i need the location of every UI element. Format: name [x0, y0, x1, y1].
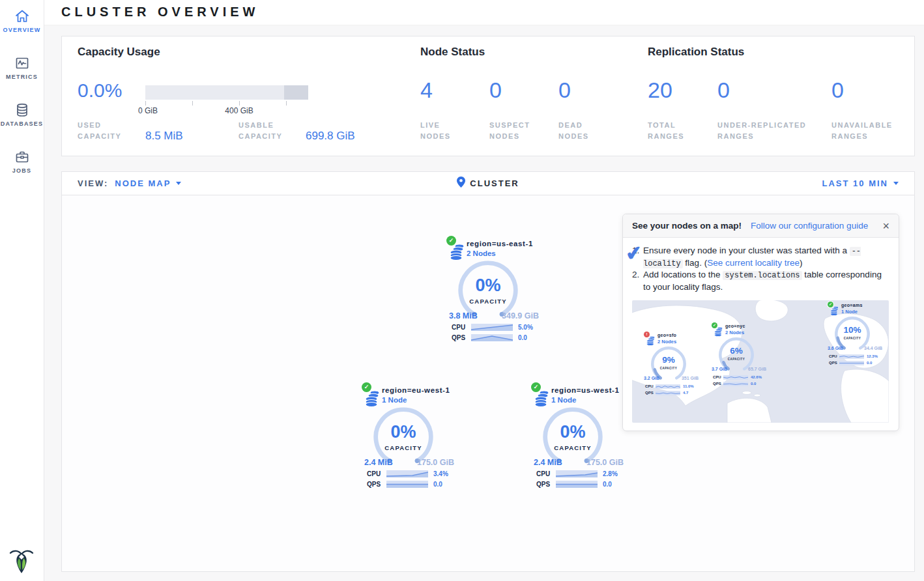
capacity-values: 2.4 MiB 175.0 GiB	[364, 458, 454, 467]
under-replicated-ranges-count: 0	[717, 78, 730, 103]
locality-name: region=us-west-1	[551, 386, 620, 394]
view-selector-dropdown[interactable]: NODE MAP	[115, 178, 181, 188]
used-capacity-label: USED CAPACITY	[78, 120, 121, 142]
qps-sparkline	[471, 334, 513, 341]
sidebar-item-jobs[interactable]: JOBS	[0, 149, 44, 174]
qps-metric-row: QPS 0.0	[536, 480, 634, 488]
node-map-setup-tooltip: See your nodes on a map! Follow our conf…	[622, 214, 899, 431]
breadcrumb[interactable]: CLUSTER	[457, 177, 519, 190]
close-icon[interactable]: ×	[882, 220, 889, 232]
capacity-axis-label: 400 GiB	[225, 106, 253, 115]
capacity-percent: 9%	[650, 355, 687, 365]
view-label: VIEW:	[78, 178, 108, 188]
node-map-preview-image: ! geo=sfo 2 Nodes 9% CAPACITY 3.2 GiB 35…	[632, 300, 889, 423]
locality-name: region=eu-west-1	[382, 386, 450, 394]
breadcrumb-cluster: CLUSTER	[470, 178, 519, 188]
qps-metric-row: QPS 0.0	[713, 381, 769, 386]
capacity-bar-nonusable-segment	[284, 85, 308, 100]
cpu-sparkline	[839, 354, 864, 359]
cpu-metric-row: CPU 42.6%	[713, 375, 769, 380]
databases-icon	[14, 102, 30, 118]
qps-metric-row: QPS 4.7	[645, 390, 701, 395]
replication-status-title: Replication Status	[648, 46, 744, 59]
capacity-used-percent: 0.0%	[78, 79, 122, 102]
locality-name: region=us-east-1	[467, 240, 533, 248]
page-title: CLUSTER OVERVIEW	[61, 5, 259, 20]
cpu-metric-row: CPU 3.4%	[367, 470, 465, 477]
locality-nodes-link[interactable]: 2 Nodes	[467, 249, 496, 257]
capacity-percent: 0%	[372, 422, 435, 442]
capacity-axis-tick	[286, 101, 287, 106]
metrics-icon	[14, 55, 30, 71]
sidebar-item-metrics[interactable]: METRICS	[0, 55, 44, 80]
locality-nodes-label: 2 Nodes	[725, 330, 744, 335]
cpu-sparkline	[723, 375, 748, 380]
cpu-metric-row: CPU 12.3%	[829, 354, 885, 359]
cpu-sparkline	[656, 384, 680, 389]
sidebar-item-label: METRICS	[0, 74, 44, 80]
capacity-label: CAPACITY	[834, 337, 871, 340]
tooltip-step-2: 2. Add locations to the system.locations…	[632, 269, 889, 293]
capacity-label: CAPACITY	[541, 444, 604, 451]
sidebar-item-overview[interactable]: OVERVIEW	[0, 8, 44, 33]
under-replicated-ranges-label: UNDER-REPLICATEDRANGES	[717, 120, 806, 142]
configuration-guide-link[interactable]: Follow our configuration guide	[751, 221, 868, 231]
capacity-axis-tick	[239, 101, 240, 106]
locality-us-east-1: ✓ region=us-east-1 2 Nodes 0% CAPACITY 3…	[445, 236, 556, 341]
page-header: CLUSTER OVERVIEW	[44, 0, 924, 25]
capacity-values: 2.4 MiB 175.0 GiB	[534, 458, 624, 467]
capacity-usage-bar	[145, 85, 308, 100]
cockroachdb-logo	[9, 546, 34, 574]
dead-nodes-count: 0	[558, 78, 571, 103]
minimap-locality-sfo: ! geo=sfo 2 Nodes 9% CAPACITY 3.2 GiB 35…	[644, 332, 704, 404]
locality-eu-west-1: ✓ region=eu-west-1 1 Node 0% CAPACITY 2.…	[360, 382, 471, 488]
sidebar-item-label: DATABASES	[0, 120, 44, 127]
live-nodes-count: 4	[420, 78, 433, 103]
qps-sparkline	[656, 391, 680, 395]
locality-nodes-link[interactable]: 1 Node	[551, 396, 576, 404]
total-ranges-count: 20	[648, 78, 672, 103]
capacity-label: CAPACITY	[718, 358, 755, 361]
capacity-values: 3.2 GiB 351 GiB	[644, 376, 699, 380]
capacity-percent: 0%	[541, 422, 604, 442]
qps-metric-row: QPS 0.0	[452, 333, 549, 341]
qps-metric-row: QPS 0.0	[829, 360, 885, 365]
node-status-title: Node Status	[420, 46, 485, 59]
capacity-axis-tick	[192, 101, 193, 106]
locality-tree-link[interactable]: See current locality tree	[707, 258, 800, 268]
locality-name: geo=ams	[841, 303, 863, 307]
capacity-axis-tick	[145, 101, 146, 106]
unavailable-ranges-count: 0	[831, 78, 844, 103]
locality-name: geo=sfo	[657, 333, 676, 337]
sidebar-item-label: JOBS	[0, 167, 44, 174]
tooltip-step-1: 1. Ensure every node in your cluster was…	[632, 245, 889, 269]
suspect-nodes-label: SUSPECTNODES	[489, 120, 530, 142]
sidebar-item-label: OVERVIEW	[0, 27, 44, 33]
tooltip-header: See your nodes on a map! Follow our conf…	[623, 214, 899, 238]
time-range-dropdown[interactable]: LAST 10 MIN	[822, 178, 899, 188]
capacity-percent: 6%	[718, 346, 755, 356]
capacity-values: 3.6 GiB 34.4 GiB	[828, 346, 882, 350]
qps-sparkline	[723, 382, 748, 386]
cpu-sparkline	[471, 324, 513, 331]
view-bar: VIEW: NODE MAP CLUSTER LAST 10 MIN	[61, 171, 915, 195]
live-nodes-label: LIVENODES	[420, 120, 451, 142]
locality-nodes-link[interactable]: 1 Node	[382, 396, 407, 404]
capacity-percent: 0%	[457, 276, 519, 296]
capacity-percent: 10%	[834, 325, 871, 335]
capacity-label: CAPACITY	[457, 298, 519, 305]
unavailable-ranges-label: UNAVAILABLERANGES	[831, 120, 893, 142]
locality-nodes-label: 1 Node	[841, 309, 858, 315]
total-ranges-label: TOTALRANGES	[648, 120, 684, 142]
home-icon	[14, 8, 30, 24]
system-locations-code: system.locations	[723, 271, 801, 280]
qps-sparkline	[556, 481, 598, 488]
qps-metric-row: QPS 0.0	[367, 480, 465, 488]
capacity-values: 3.8 MiB 349.9 GiB	[449, 311, 539, 320]
minimap-locality-nyc: ✓ geo=nyc 2 Nodes 6% CAPACITY 3.7 GiB 65…	[712, 322, 772, 395]
qps-sparkline	[386, 481, 428, 488]
capacity-usage-title: Capacity Usage	[78, 46, 160, 59]
sidebar-item-databases[interactable]: DATABASES	[0, 102, 44, 127]
cluster-summary-panel: Capacity Usage 0.0% 0 GiB 400 GiB USED C…	[61, 36, 915, 156]
capacity-label: CAPACITY	[650, 367, 687, 370]
